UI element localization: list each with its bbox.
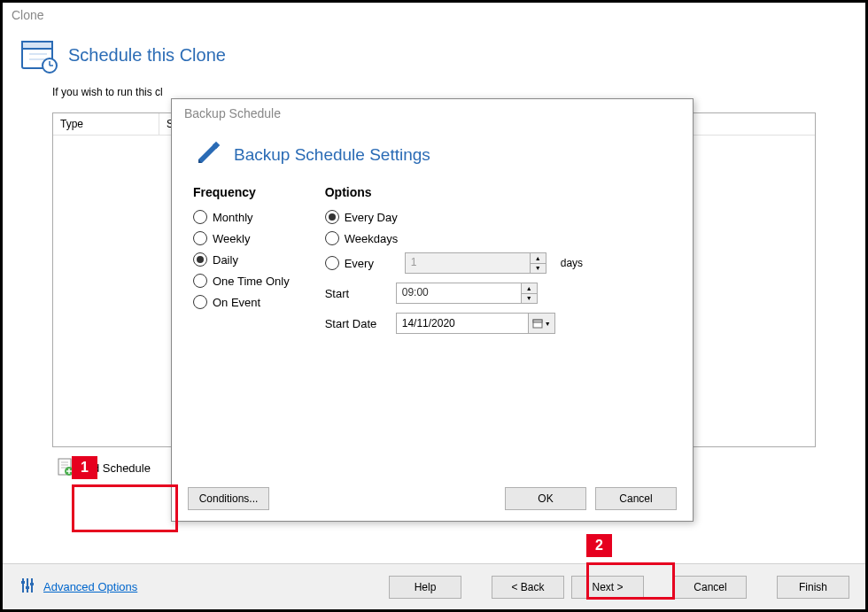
advanced-options-label: Advanced Options xyxy=(43,580,137,593)
svg-rect-19 xyxy=(30,583,34,585)
options-heading: Options xyxy=(325,185,583,199)
startdate-label: Start Date xyxy=(325,317,387,330)
page-header: Schedule this Clone xyxy=(3,27,865,81)
ok-button[interactable]: OK xyxy=(505,487,586,510)
dialog-title: Backup Schedule xyxy=(172,99,693,128)
every-n-value: 1 xyxy=(406,253,530,273)
cancel-button[interactable]: Cancel xyxy=(674,576,747,599)
sliders-icon xyxy=(19,577,36,597)
radio-icon xyxy=(325,256,339,270)
callout-badge-1: 1 xyxy=(72,456,97,479)
spinner-down-icon[interactable]: ▼ xyxy=(522,294,537,304)
radio-icon xyxy=(193,295,207,309)
options-column: Options Every Day Weekdays Every 1 ▲ ▼ xyxy=(325,185,583,343)
start-date-picker[interactable]: 14/11/2020 ▼ xyxy=(396,313,555,334)
callout-box-1 xyxy=(72,484,178,532)
column-type[interactable]: Type xyxy=(53,113,159,135)
start-label: Start xyxy=(325,287,387,300)
svg-rect-15 xyxy=(21,581,25,584)
dialog-cancel-button[interactable]: Cancel xyxy=(595,487,677,510)
pencil-icon xyxy=(193,138,223,171)
start-date-value: 14/11/2020 xyxy=(397,314,528,332)
frequency-heading: Frequency xyxy=(193,185,290,199)
svg-rect-1 xyxy=(22,42,52,49)
radio-icon xyxy=(325,231,339,245)
settings-body: Frequency Monthly Weekly Daily One Time … xyxy=(172,176,693,352)
start-time-value: 09:00 xyxy=(397,283,521,303)
radio-icon xyxy=(193,274,207,288)
radio-weekdays[interactable]: Weekdays xyxy=(325,231,583,245)
callout-badge-2: 2 xyxy=(586,534,612,557)
spinner-down-icon[interactable]: ▼ xyxy=(531,264,546,274)
calendar-dropdown-icon[interactable]: ▼ xyxy=(528,314,554,333)
conditions-button[interactable]: Conditions... xyxy=(188,487,269,510)
backup-schedule-dialog: Backup Schedule Backup Schedule Settings… xyxy=(171,98,694,522)
radio-onetime[interactable]: One Time Only xyxy=(193,274,290,288)
every-n-spinner[interactable]: 1 ▲ ▼ xyxy=(405,252,546,274)
dialog-header: Backup Schedule Settings xyxy=(172,128,693,176)
frequency-column: Frequency Monthly Weekly Daily One Time … xyxy=(193,185,290,343)
svg-rect-24 xyxy=(533,320,542,322)
help-button[interactable]: Help xyxy=(389,576,461,599)
start-time-spinner[interactable]: 09:00 ▲ ▼ xyxy=(396,283,538,304)
every-n-suffix: days xyxy=(561,257,583,269)
radio-icon xyxy=(325,210,339,224)
radio-daily[interactable]: Daily xyxy=(193,252,290,267)
radio-onevent[interactable]: On Event xyxy=(193,295,290,309)
bottom-bar: Advanced Options Help < Back Next > Canc… xyxy=(3,563,865,609)
dialog-footer: Conditions... OK Cancel xyxy=(172,476,693,521)
radio-icon xyxy=(193,252,207,267)
radio-icon xyxy=(193,210,207,224)
calendar-clock-icon xyxy=(20,36,58,74)
radio-everyday[interactable]: Every Day xyxy=(325,210,583,224)
window-title: Clone xyxy=(3,3,865,27)
svg-rect-17 xyxy=(26,586,29,589)
advanced-options-link[interactable]: Advanced Options xyxy=(19,577,137,597)
spinner-up-icon[interactable]: ▲ xyxy=(531,253,546,264)
radio-icon xyxy=(193,231,207,245)
dialog-header-title: Backup Schedule Settings xyxy=(234,145,430,165)
add-schedule-button[interactable]: Add Schedule xyxy=(52,454,156,482)
radio-every-n[interactable]: Every xyxy=(325,256,396,270)
page-title: Schedule this Clone xyxy=(68,45,226,66)
spinner-up-icon[interactable]: ▲ xyxy=(522,283,537,294)
radio-weekly[interactable]: Weekly xyxy=(193,231,290,245)
back-button[interactable]: < Back xyxy=(492,576,564,599)
radio-monthly[interactable]: Monthly xyxy=(193,210,290,224)
finish-button[interactable]: Finish xyxy=(777,576,849,599)
next-button[interactable]: Next > xyxy=(571,576,644,599)
